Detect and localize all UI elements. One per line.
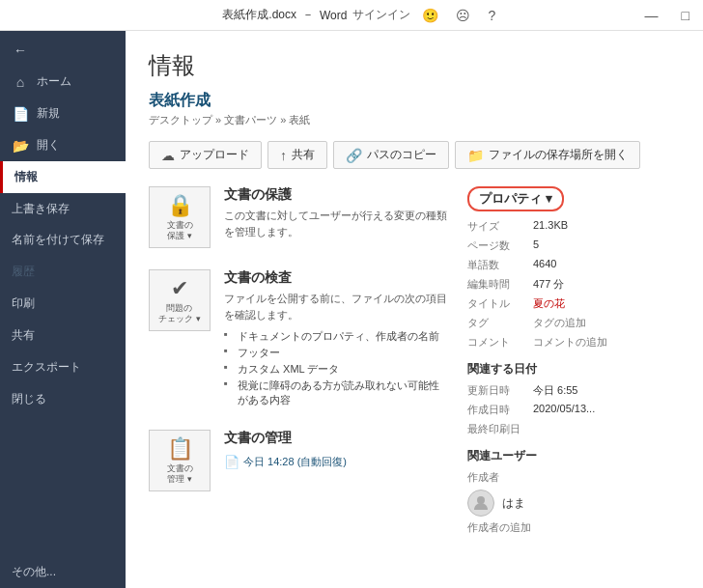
doc-title: 表紙作成 bbox=[149, 91, 680, 111]
sidebar-label-export: エクスポート bbox=[12, 359, 81, 376]
protection-icon-box[interactable]: 🔒 文書の保護 ▾ bbox=[149, 186, 211, 248]
properties-header-label: プロパティ ▾ bbox=[479, 190, 552, 208]
sidebar-item-share[interactable]: 共有 bbox=[0, 320, 126, 351]
share-icon: ↑ bbox=[280, 148, 287, 163]
author-avatar bbox=[467, 490, 494, 517]
share-label: 共有 bbox=[292, 147, 315, 163]
management-title: 文書の管理 bbox=[224, 430, 448, 447]
open-location-button[interactable]: 📁 ファイルの保存場所を開く bbox=[455, 141, 640, 169]
sidebar-label-share: 共有 bbox=[12, 327, 35, 344]
prop-value-title: 夏の花 bbox=[533, 296, 565, 311]
sidebar-item-export[interactable]: エクスポート bbox=[0, 351, 126, 383]
sidebar-label-new: 新規 bbox=[37, 105, 60, 122]
app-name: Word bbox=[320, 9, 347, 22]
open-location-label: ファイルの保存場所を開く bbox=[489, 147, 628, 163]
titlebar-controls: — □ bbox=[639, 6, 695, 25]
author-name: はま bbox=[502, 495, 525, 512]
sidebar-item-print[interactable]: 印刷 bbox=[0, 288, 126, 320]
inspection-icon-label: 問題のチェック ▾ bbox=[158, 303, 201, 324]
sidebar-item-history[interactable]: 履歴 bbox=[0, 256, 126, 288]
prop-label-lastprint: 最終印刷日 bbox=[467, 422, 525, 436]
sidebar-label-overwrite: 上書き保存 bbox=[12, 201, 70, 217]
link-icon: 🔗 bbox=[346, 148, 362, 163]
back-icon: ← bbox=[12, 42, 29, 58]
sidebar-label-open: 開く bbox=[37, 137, 60, 154]
sidebar-item-other[interactable]: その他... bbox=[0, 556, 126, 588]
sidebar-item-saveas[interactable]: 名前を付けて保存 bbox=[0, 225, 126, 256]
list-item: カスタム XML データ bbox=[224, 361, 448, 378]
check-icon: ✔ bbox=[171, 276, 188, 301]
properties-header-button[interactable]: プロパティ ▾ bbox=[467, 186, 564, 211]
doc-filename: 表紙作成.docx bbox=[222, 7, 296, 23]
prop-label-edittime: 編集時間 bbox=[467, 277, 525, 292]
signin-link[interactable]: サインイン bbox=[352, 7, 410, 23]
prop-size: サイズ 21.3KB bbox=[467, 219, 680, 234]
emoji-frown-icon[interactable]: ☹ bbox=[450, 6, 476, 25]
new-icon: 📄 bbox=[12, 106, 29, 122]
sections-left: 🔒 文書の保護 ▾ 文書の保護 この文書に対してユーザーが行える変更の種類を管理… bbox=[149, 186, 448, 535]
sidebar: ← ⌂ ホーム 📄 新規 📂 開く 情報 上書き保存 名前を付けて保存 履歴 印… bbox=[0, 31, 126, 588]
folder-icon: 📁 bbox=[467, 148, 484, 163]
sidebar-item-new[interactable]: 📄 新規 bbox=[0, 98, 126, 129]
copy-path-label: パスのコピー bbox=[367, 147, 436, 163]
open-icon: 📂 bbox=[12, 138, 29, 154]
protection-icon-label: 文書の保護 ▾ bbox=[167, 220, 193, 241]
sidebar-label-other: その他... bbox=[12, 564, 56, 580]
sidebar-item-close[interactable]: 閉じる bbox=[0, 383, 126, 415]
prop-label-pages: ページ数 bbox=[467, 238, 525, 253]
management-icon-box[interactable]: 📋 文書の管理 ▾ bbox=[149, 430, 211, 491]
titlebar-separator: － bbox=[302, 7, 314, 23]
share-button[interactable]: ↑ 共有 bbox=[267, 141, 327, 169]
list-item: 視覚に障碍のある方が読み取れない可能性がある内容 bbox=[224, 378, 448, 408]
autosave-badge: 📄 今日 14:28 (自動回復) bbox=[224, 455, 347, 469]
sidebar-back-button[interactable]: ← bbox=[0, 35, 126, 66]
prop-author-role: 作成者 bbox=[467, 470, 680, 485]
list-item: フッター bbox=[224, 345, 448, 361]
inspection-title: 文書の検査 bbox=[224, 269, 448, 287]
maximize-button[interactable]: □ bbox=[676, 6, 695, 25]
related-dates-title: 関連する日付 bbox=[467, 361, 680, 378]
upload-button[interactable]: ☁ アップロード bbox=[149, 141, 262, 169]
sidebar-label-home: ホーム bbox=[37, 73, 71, 90]
lock-icon: 🔒 bbox=[167, 193, 193, 218]
prop-value-updated: 今日 6:55 bbox=[533, 383, 577, 398]
protection-content: 文書の保護 この文書に対してユーザーが行える変更の種類を管理します。 bbox=[224, 186, 448, 245]
section-management: 📋 文書の管理 ▾ 文書の管理 📄 今日 14:28 (自動回復) bbox=[149, 430, 448, 491]
breadcrumb: デスクトップ » 文書パーツ » 表紙 bbox=[149, 113, 680, 127]
prop-updated: 更新日時 今日 6:55 bbox=[467, 383, 680, 398]
upload-icon: ☁ bbox=[161, 148, 175, 163]
sidebar-label-close: 閉じる bbox=[12, 391, 46, 407]
autosave-label: 今日 14:28 (自動回復) bbox=[243, 455, 347, 469]
inspection-icon-box[interactable]: ✔ 問題のチェック ▾ bbox=[149, 269, 211, 331]
doc-mgmt-icon: 📋 bbox=[167, 436, 193, 462]
prop-words: 単語数 4640 bbox=[467, 258, 680, 272]
sidebar-item-home[interactable]: ⌂ ホーム bbox=[0, 66, 126, 98]
upload-label: アップロード bbox=[180, 147, 249, 163]
sidebar-item-info[interactable]: 情報 bbox=[0, 161, 126, 193]
copy-path-button[interactable]: 🔗 パスのコピー bbox=[333, 141, 449, 169]
prop-value-tag[interactable]: タグの追加 bbox=[533, 316, 586, 330]
protection-desc: この文書に対してユーザーが行える変更の種類を管理します。 bbox=[224, 208, 448, 239]
prop-value-created: 2020/05/13... bbox=[533, 403, 595, 417]
titlebar: 表紙作成.docx － Word サインイン 🙂 ☹ ? — □ bbox=[0, 0, 703, 31]
file-icon: 📄 bbox=[224, 455, 239, 469]
prop-value-comment[interactable]: コメントの追加 bbox=[533, 335, 607, 350]
sidebar-label-print: 印刷 bbox=[12, 295, 35, 312]
sidebar-item-overwrite[interactable]: 上書き保存 bbox=[0, 193, 126, 225]
section-protection: 🔒 文書の保護 ▾ 文書の保護 この文書に対してユーザーが行える変更の種類を管理… bbox=[149, 186, 448, 248]
list-item: ドキュメントのプロパティ、作成者の名前 bbox=[224, 328, 448, 345]
sidebar-label-history: 履歴 bbox=[12, 264, 35, 280]
page-title: 情報 bbox=[149, 50, 680, 81]
emoji-smile-icon[interactable]: 🙂 bbox=[416, 6, 444, 25]
prop-label-updated: 更新日時 bbox=[467, 383, 525, 398]
prop-value-edittime: 477 分 bbox=[533, 277, 564, 292]
management-icon-label: 文書の管理 ▾ bbox=[167, 463, 193, 485]
minimize-button[interactable]: — bbox=[639, 6, 664, 25]
prop-label-title: タイトル bbox=[467, 296, 525, 311]
sidebar-item-open[interactable]: 📂 開く bbox=[0, 129, 126, 161]
add-author-link[interactable]: 作成者の追加 bbox=[467, 520, 680, 535]
prop-edittime: 編集時間 477 分 bbox=[467, 277, 680, 292]
related-users-title: 関連ユーザー bbox=[467, 448, 680, 464]
help-button[interactable]: ? bbox=[482, 6, 501, 25]
sidebar-spacer bbox=[0, 415, 126, 556]
